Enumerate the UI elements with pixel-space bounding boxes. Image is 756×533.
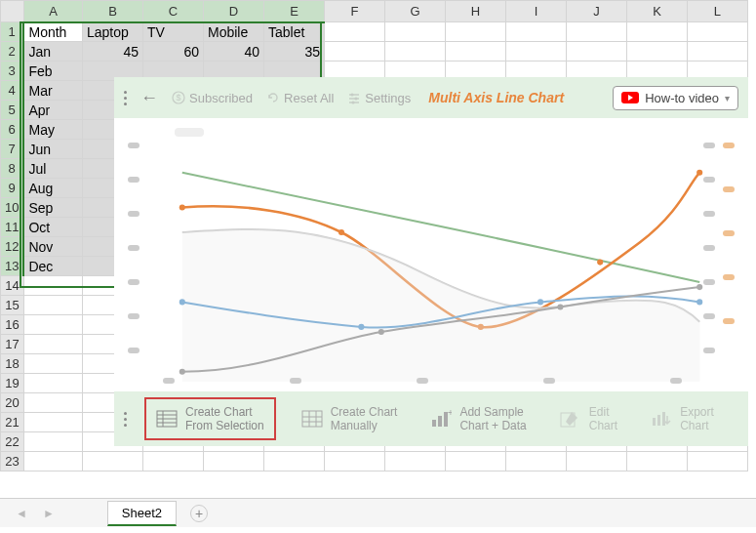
- row-22-header[interactable]: 22: [1, 432, 24, 452]
- cell-A4[interactable]: Mar: [23, 81, 82, 101]
- row-19-header[interactable]: 19: [1, 374, 24, 393]
- cell-A2[interactable]: Jan: [23, 42, 82, 62]
- svg-point-11: [597, 260, 603, 266]
- cell-A12[interactable]: Nov: [23, 237, 82, 257]
- cell-A3[interactable]: Feb: [23, 62, 82, 81]
- grid-icon: [301, 409, 323, 429]
- cell-A1[interactable]: Month: [23, 22, 82, 42]
- chart-lines: [153, 133, 729, 382]
- svg-point-14: [358, 324, 364, 330]
- cell-A13[interactable]: Dec: [23, 257, 82, 276]
- sheet-tab[interactable]: Sheet2: [107, 501, 177, 526]
- row-20-header[interactable]: 20: [1, 393, 24, 413]
- row-21-header[interactable]: 21: [1, 413, 24, 432]
- row-9-header[interactable]: 9: [1, 179, 24, 198]
- row-15-header[interactable]: 15: [1, 296, 24, 315]
- svg-point-19: [557, 304, 563, 309]
- panel-header: ← $ Subscribed Reset All Settings Multi …: [114, 77, 748, 118]
- svg-point-5: [351, 94, 354, 97]
- legend-placeholder: [175, 128, 204, 137]
- svg-text:+: +: [448, 410, 452, 418]
- col-G-header[interactable]: G: [384, 1, 445, 22]
- cell-D1[interactable]: Mobile: [203, 22, 263, 42]
- menu-dots-icon[interactable]: [124, 91, 127, 105]
- chart-title: Multi Axis Line Chart: [428, 90, 564, 105]
- cell-A11[interactable]: Oct: [23, 218, 82, 237]
- add-sheet-button[interactable]: +: [190, 505, 208, 522]
- row-13-header[interactable]: 13: [1, 257, 24, 276]
- row-12-header[interactable]: 12: [1, 237, 24, 257]
- sheet-nav-next-icon[interactable]: ►: [37, 507, 60, 520]
- col-B-header[interactable]: B: [82, 1, 142, 22]
- col-F-header[interactable]: F: [324, 1, 384, 22]
- svg-rect-36: [653, 418, 656, 426]
- sheet-tabs: ◄ ► Sheet2 +: [0, 498, 756, 527]
- footer-menu-dots-icon[interactable]: [124, 412, 127, 427]
- edit-chart-button[interactable]: Edit Chart: [552, 399, 625, 439]
- cell-A9[interactable]: Aug: [23, 179, 82, 198]
- create-sel-label: Create Chart From Selection: [185, 405, 264, 433]
- row-1-header[interactable]: 1: [1, 22, 24, 42]
- col-L-header[interactable]: L: [687, 1, 747, 22]
- row-23-header[interactable]: 23: [1, 452, 24, 472]
- row-10-header[interactable]: 10: [1, 198, 24, 218]
- cell-D2[interactable]: 40: [203, 42, 263, 62]
- row-4-header[interactable]: 4: [1, 81, 24, 101]
- row-2-header[interactable]: 2: [1, 42, 24, 62]
- cell-A5[interactable]: Apr: [23, 101, 82, 120]
- edit-label: Edit Chart: [589, 405, 617, 433]
- col-D-header[interactable]: D: [203, 1, 263, 22]
- col-C-header[interactable]: C: [142, 1, 203, 22]
- row-18-header[interactable]: 18: [1, 354, 24, 374]
- col-J-header[interactable]: J: [566, 1, 626, 22]
- cell-C1[interactable]: TV: [142, 22, 203, 42]
- create-chart-from-selection-button[interactable]: Create Chart From Selection: [144, 397, 276, 441]
- col-I-header[interactable]: I: [505, 1, 566, 22]
- table-icon: [156, 409, 178, 429]
- add-sample-button[interactable]: + Add Sample Chart + Data: [422, 399, 534, 439]
- row-16-header[interactable]: 16: [1, 315, 24, 335]
- cell-C2[interactable]: 60: [142, 42, 203, 62]
- subscribed-button[interactable]: $ Subscribed: [172, 91, 253, 105]
- row-14-header[interactable]: 14: [1, 276, 24, 296]
- cell-B2[interactable]: 45: [82, 42, 142, 62]
- chart-panel: ← $ Subscribed Reset All Settings Multi …: [114, 77, 748, 446]
- svg-point-7: [352, 102, 355, 104]
- cell-A7[interactable]: Jun: [23, 140, 82, 159]
- row-6-header[interactable]: 6: [1, 120, 24, 140]
- row-8-header[interactable]: 8: [1, 159, 24, 179]
- row-3-header[interactable]: 3: [1, 62, 24, 81]
- row-7-header[interactable]: 7: [1, 140, 24, 159]
- export-chart-button[interactable]: Export Chart: [643, 399, 722, 439]
- svg-point-6: [355, 98, 358, 101]
- col-E-header[interactable]: E: [263, 1, 324, 22]
- cell-B1[interactable]: Laptop: [82, 22, 142, 42]
- col-K-header[interactable]: K: [626, 1, 687, 22]
- svg-point-18: [378, 329, 384, 335]
- panel-footer: Create Chart From Selection Create Chart…: [114, 391, 748, 446]
- cell-A8[interactable]: Jul: [23, 159, 82, 179]
- settings-button[interactable]: Settings: [347, 91, 411, 105]
- row-17-header[interactable]: 17: [1, 335, 24, 354]
- create-chart-manually-button[interactable]: Create Chart Manually: [294, 399, 406, 439]
- svg-rect-32: [438, 416, 442, 427]
- row-5-header[interactable]: 5: [1, 101, 24, 120]
- reset-label: Reset All: [284, 91, 334, 105]
- sheet-nav-prev-icon[interactable]: ◄: [10, 507, 33, 520]
- col-H-header[interactable]: H: [445, 1, 505, 22]
- howto-video-button[interactable]: How-to video ▾: [613, 86, 738, 110]
- cell-A6[interactable]: May: [23, 120, 82, 140]
- dollar-icon: $: [172, 91, 185, 104]
- cell-A10[interactable]: Sep: [23, 198, 82, 218]
- svg-point-12: [696, 170, 702, 176]
- subscribed-label: Subscribed: [189, 91, 253, 105]
- cell-E2[interactable]: 35: [263, 42, 324, 62]
- back-arrow-icon[interactable]: ←: [140, 88, 158, 108]
- row-11-header[interactable]: 11: [1, 218, 24, 237]
- export-icon: [651, 409, 672, 429]
- cell-E1[interactable]: Tablet: [263, 22, 324, 42]
- settings-label: Settings: [365, 91, 411, 105]
- cell[interactable]: [324, 22, 384, 42]
- reset-all-button[interactable]: Reset All: [266, 91, 334, 105]
- col-A-header[interactable]: A: [23, 1, 82, 22]
